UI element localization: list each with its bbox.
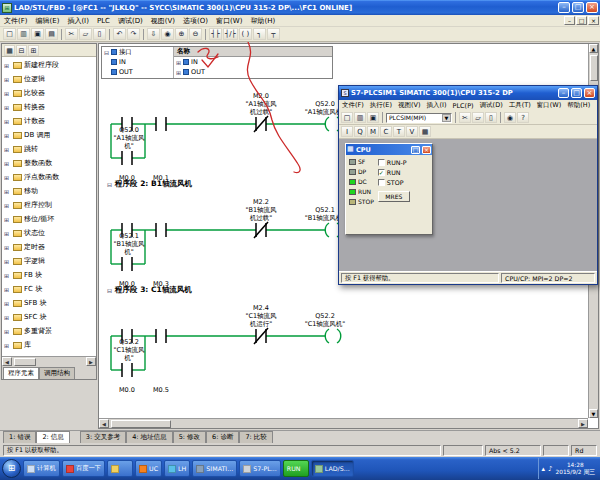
title-bar[interactable]: ⊞ LAD/STL/FBD - [@FC1 -- "JLKLQ" -- SYCC…: [0, 0, 600, 15]
menu-plc[interactable]: PLC: [93, 17, 114, 25]
nc-contact-label[interactable]: M2.4"C1轴流风机运行": [233, 304, 289, 328]
expand-icon[interactable]: ⊞: [4, 104, 11, 111]
scroll-right-icon[interactable]: ▶: [578, 419, 588, 428]
menu-insert[interactable]: 插入(I): [63, 16, 93, 26]
taskbar-item-simatic-manager[interactable]: SIMATI...: [192, 460, 237, 477]
insert-memory-icon[interactable]: M: [367, 126, 379, 137]
tree-item-jumps[interactable]: ⊞跳转: [2, 142, 96, 156]
plcsim-window[interactable]: S S7-PLCSIM1 SIMATIC 300(1)\CPU 315-2 DP…: [338, 85, 598, 285]
variable-declaration-table[interactable]: ⊟接口 IN OUT 名称 ⊞IN ⊞OUT: [101, 46, 333, 79]
menu-view[interactable]: 视图(V): [147, 16, 179, 26]
scroll-thumb[interactable]: [590, 55, 598, 81]
menu-help[interactable]: 帮助(H): [564, 101, 593, 110]
expand-icon[interactable]: ⊞: [4, 300, 11, 307]
expand-icon[interactable]: ⊞: [4, 244, 11, 251]
paste-icon[interactable]: ▯: [93, 28, 106, 40]
declaration-row-out[interactable]: ⊞OUT: [174, 67, 332, 77]
tree-item-word-logic[interactable]: ⊞字逻辑: [2, 254, 96, 268]
new-icon[interactable]: □: [3, 28, 16, 40]
tree-item-converter[interactable]: ⊞转换器: [2, 100, 96, 114]
tree-item-integer-fn[interactable]: ⊞整数函数: [2, 156, 96, 170]
taskbar-item-computer[interactable]: 计算机: [23, 460, 60, 477]
stop-mode[interactable]: STOP: [378, 179, 410, 186]
maximize-button[interactable]: □: [571, 88, 582, 98]
tree-item-timers[interactable]: ⊞定时器: [2, 240, 96, 254]
insert-generic-icon[interactable]: V: [406, 126, 418, 137]
interface-root[interactable]: ⊟接口: [102, 47, 173, 57]
menu-execute[interactable]: 执行(E): [367, 101, 395, 110]
tree-item-status-bits[interactable]: ⊞状态位: [2, 226, 96, 240]
save-icon[interactable]: ▣: [31, 28, 44, 40]
save-icon[interactable]: ▣: [367, 112, 379, 123]
arrow-up-icon[interactable]: ▴: [542, 465, 546, 473]
runp-mode[interactable]: RUN-P: [378, 159, 410, 166]
expand-icon[interactable]: ⊞: [4, 272, 11, 279]
open-icon[interactable]: ▥: [17, 28, 30, 40]
tree-item-program-control[interactable]: ⊞程序控制: [2, 198, 96, 212]
redo-icon[interactable]: ↷: [127, 28, 140, 40]
menu-options[interactable]: 选项(O): [179, 16, 212, 26]
insert-output-icon[interactable]: Q: [354, 126, 366, 137]
child-minimize-button[interactable]: –: [564, 16, 575, 25]
expand-icon[interactable]: ⊞: [4, 258, 11, 265]
cut-icon[interactable]: ✂: [459, 112, 471, 123]
new-icon[interactable]: □: [341, 112, 353, 123]
scroll-thumb[interactable]: [14, 358, 36, 366]
collapse-all-icon[interactable]: ⊟: [16, 45, 27, 56]
menu-debug[interactable]: 调试(D): [477, 101, 506, 110]
expand-icon[interactable]: ⊞: [4, 230, 11, 237]
t-branch-icon[interactable]: ┬: [267, 28, 280, 40]
seal-contact-label[interactable]: Q52.0"A1轴流风机": [107, 126, 151, 150]
clock[interactable]: 14:282015/9/2 周三: [556, 462, 595, 475]
seal-contact-label[interactable]: Q52.1"B1轴流风机": [107, 232, 151, 256]
stop-checkbox[interactable]: [378, 179, 385, 186]
menu-tools[interactable]: 工具(T): [506, 101, 534, 110]
name-column-header[interactable]: 名称: [174, 47, 332, 57]
run-mode[interactable]: ✓RUN: [378, 169, 410, 176]
volume-icon[interactable]: ♪: [548, 465, 552, 473]
coil-icon[interactable]: ( ): [239, 28, 252, 40]
nc-contact-label[interactable]: M2.0"A1轴流风机过载": [233, 92, 289, 116]
expand-icon[interactable]: ⊞: [4, 342, 11, 349]
tab-program-elements[interactable]: 程序元素: [3, 367, 39, 379]
tab-call-structure[interactable]: 调用结构: [39, 367, 75, 379]
sidebar-hscrollbar[interactable]: ◀ ▶: [2, 356, 96, 366]
tab-diagnostics[interactable]: 6: 诊断: [206, 431, 239, 443]
close-button[interactable]: ×: [586, 2, 598, 13]
coil-label[interactable]: Q52.2"C1轴流风机": [289, 312, 361, 328]
plcsim-title-bar[interactable]: S S7-PLCSIM1 SIMATIC 300(1)\CPU 315-2 DP…: [339, 86, 597, 100]
overview-icon[interactable]: ▦: [4, 45, 15, 56]
taskbar-item-browser[interactable]: 百度一下: [62, 460, 105, 477]
expand-icon[interactable]: ⊞: [4, 202, 11, 209]
expand-icon[interactable]: ⊞: [4, 160, 11, 167]
menu-window[interactable]: 窗口(W): [534, 101, 565, 110]
download-icon[interactable]: ⇩: [147, 28, 160, 40]
tree-item-counter[interactable]: ⊞计数器: [2, 114, 96, 128]
record-icon[interactable]: ◉: [504, 112, 516, 123]
interface-out[interactable]: OUT: [102, 67, 173, 77]
child-restore-button[interactable]: □: [576, 16, 587, 25]
monitor-icon[interactable]: ◉: [161, 28, 174, 40]
tree-item-sfb-blocks[interactable]: ⊞SFB 块: [2, 296, 96, 310]
seal-contact-label[interactable]: Q52.2"C1轴流风机": [107, 338, 151, 362]
undo-icon[interactable]: ↶: [113, 28, 126, 40]
expand-icon[interactable]: ⊞: [4, 188, 11, 195]
expand-icon[interactable]: ⊞: [4, 286, 11, 293]
cpu-title-bar[interactable]: ▦ CPU □ ×: [346, 144, 432, 155]
collapse-icon[interactable]: ⊟: [104, 49, 109, 56]
expand-icon[interactable]: ⊞: [4, 146, 11, 153]
menu-help[interactable]: 帮助(H): [246, 16, 279, 26]
zoom-out-icon[interactable]: ⊖: [189, 28, 202, 40]
close-button[interactable]: ×: [584, 88, 595, 98]
scroll-left-icon[interactable]: ◀: [99, 419, 109, 428]
insert-input-icon[interactable]: I: [341, 126, 353, 137]
maximize-button[interactable]: □: [411, 146, 420, 154]
insert-stack-icon[interactable]: ▦: [419, 126, 431, 137]
taskbar-item-folder[interactable]: [107, 460, 133, 477]
cut-icon[interactable]: ✂: [65, 28, 78, 40]
minimize-button[interactable]: –: [558, 2, 570, 13]
tree-item-fb-blocks[interactable]: ⊞FB 块: [2, 268, 96, 282]
expand-icon[interactable]: ⊞: [4, 328, 11, 335]
tree-item-sfc-blocks[interactable]: ⊞SFC 块: [2, 310, 96, 324]
expand-icon[interactable]: ⊞: [4, 216, 11, 223]
